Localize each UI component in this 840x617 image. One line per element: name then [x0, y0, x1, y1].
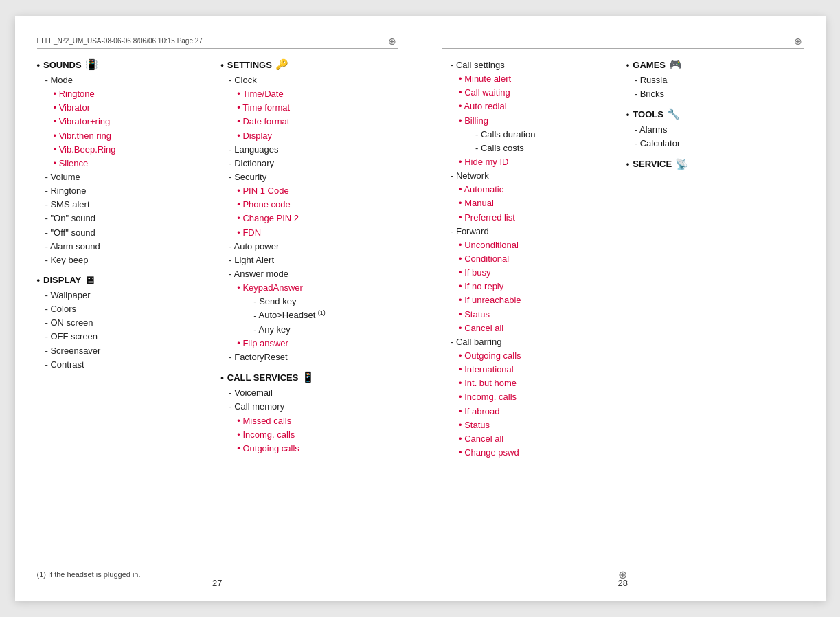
list-item: Forward — [442, 225, 620, 238]
service-section-title: • SERVICE 📡 — [626, 158, 804, 170]
list-item: "On" sound — [37, 212, 214, 225]
bullet-games: • — [626, 60, 630, 70]
list-item: Cancel all — [442, 432, 620, 446]
list-item: Bricks — [626, 87, 804, 101]
list-item: Silence — [37, 157, 214, 170]
col-games-tools-service: • GAMES 🎮 Russia Bricks • TOOLS 🔧 Alarms… — [626, 58, 804, 570]
col-settings-callservices: • SETTINGS 🔑 Clock Time/Date Time format… — [220, 58, 398, 570]
list-item: Wallpaper — [37, 289, 214, 302]
list-item: Vibrator — [37, 101, 214, 115]
display-menu: Wallpaper Colors ON screen OFF screen Sc… — [37, 289, 214, 372]
crosshair-icon — [388, 36, 398, 45]
list-item: Call memory — [220, 400, 398, 414]
list-item: Automatic — [442, 183, 620, 197]
call-details-menu: Call settings Minute alert Call waiting … — [442, 58, 620, 460]
service-icon: 📡 — [675, 158, 688, 170]
list-item: Languages — [220, 143, 398, 157]
list-item: Status — [442, 418, 620, 432]
crosshair-icon-right — [794, 36, 804, 45]
footnote-text: (1) If the headset is plugged in. — [37, 570, 141, 579]
games-label: GAMES — [633, 60, 666, 70]
sounds-label: SOUNDS — [43, 60, 82, 70]
games-icon: 🎮 — [669, 58, 682, 71]
list-item: Light Alert — [220, 254, 398, 267]
list-item: "Off" sound — [37, 226, 214, 240]
list-item: Status — [442, 308, 620, 322]
list-item: Alarms — [626, 123, 804, 137]
col-call-details: Call settings Minute alert Call waiting … — [442, 58, 626, 570]
list-item: Time format — [220, 101, 398, 115]
settings-section-title: • SETTINGS 🔑 — [220, 58, 398, 71]
sounds-icon: 📳 — [85, 58, 98, 71]
list-item: Vibrator+ring — [37, 115, 214, 128]
list-item: Time/Date — [220, 87, 398, 101]
list-item: Dictionary — [220, 157, 398, 170]
list-item: Phone code — [220, 198, 398, 212]
list-item: Auto>Headset (1) — [220, 308, 398, 322]
list-item: Volume — [37, 170, 214, 184]
list-item: If busy — [442, 266, 620, 280]
list-item: Billing — [442, 114, 620, 128]
list-item: Conditional — [442, 252, 620, 266]
list-item: Calls costs — [442, 142, 620, 155]
list-item: Cancel all — [442, 322, 620, 335]
games-section-title: • GAMES 🎮 — [626, 58, 804, 71]
games-menu: Russia Bricks — [626, 74, 804, 101]
list-item: Flip answer — [220, 337, 398, 350]
list-item: Minute alert — [442, 72, 620, 86]
list-item: Any key — [220, 323, 398, 337]
callservices-section-title: • CALL SERVICES 📱 — [220, 371, 398, 383]
bullet-sounds: • — [37, 60, 41, 70]
list-item: PIN 1 Code — [220, 184, 398, 198]
list-item: Calls duration — [442, 128, 620, 142]
list-item: Ringtone — [37, 184, 214, 198]
list-item: Clock — [220, 74, 398, 87]
list-item: Incomg. calls — [442, 390, 620, 404]
list-item: If unreachable — [442, 293, 620, 307]
display-label: DISPLAY — [43, 275, 81, 285]
settings-menu: Clock Time/Date Time format Date format … — [220, 74, 398, 364]
list-item: Outgoing calls — [442, 349, 620, 363]
list-item: Int. but home — [442, 377, 620, 390]
list-item: Outgoing calls — [220, 442, 398, 456]
list-item: Screensaver — [37, 344, 214, 358]
list-item: FDN — [220, 226, 398, 240]
list-item: SMS alert — [37, 198, 214, 212]
header-text: ELLE_N°2_UM_USA-08-06-06 8/06/06 10:15 P… — [37, 37, 203, 45]
list-item: Change PIN 2 — [220, 212, 398, 225]
tools-section-title: • TOOLS 🔧 — [626, 108, 804, 120]
bullet-tools: • — [626, 109, 630, 120]
sounds-section-title: • SOUNDS 📳 — [37, 58, 214, 71]
bullet-settings: • — [220, 60, 224, 70]
page-number-left: 27 — [212, 578, 222, 588]
display-icon: 🖥 — [84, 274, 95, 286]
list-item: Network — [442, 169, 620, 183]
list-item: Vibr.then ring — [37, 129, 214, 143]
page-left: ELLE_N°2_UM_USA-08-06-06 8/06/06 10:15 P… — [15, 16, 421, 601]
footnote: (1) If the headset is plugged in. — [37, 570, 141, 579]
list-item: Manual — [442, 197, 620, 210]
list-item: Send key — [220, 295, 398, 308]
page-header: ELLE_N°2_UM_USA-08-06-06 8/06/06 10:15 P… — [37, 36, 398, 49]
list-item: Auto power — [220, 240, 398, 254]
bullet-callservices: • — [220, 372, 224, 383]
page-header-right — [442, 36, 804, 49]
list-item: Call waiting — [442, 86, 620, 100]
list-item: FactoryReset — [220, 350, 398, 364]
list-item: If abroad — [442, 405, 620, 418]
callservices-menu: Voicemail Call memory Missed calls Incom… — [220, 386, 398, 456]
bullet-service: • — [626, 159, 630, 169]
list-item: Display — [220, 129, 398, 143]
page-number-right: 28 — [618, 578, 628, 588]
list-item: Key beep — [37, 254, 214, 267]
list-item: Ringtone — [37, 87, 214, 101]
list-item: Alarm sound — [37, 240, 214, 254]
bullet-display: • — [37, 275, 41, 285]
list-item: Contrast — [37, 358, 214, 372]
callservices-icon: 📱 — [302, 371, 315, 383]
list-item: Date format — [220, 115, 398, 128]
list-item: Voicemail — [220, 386, 398, 400]
list-item: Hide my ID — [442, 155, 620, 169]
tools-menu: Alarms Calculator — [626, 123, 804, 150]
list-item: OFF screen — [37, 330, 214, 344]
